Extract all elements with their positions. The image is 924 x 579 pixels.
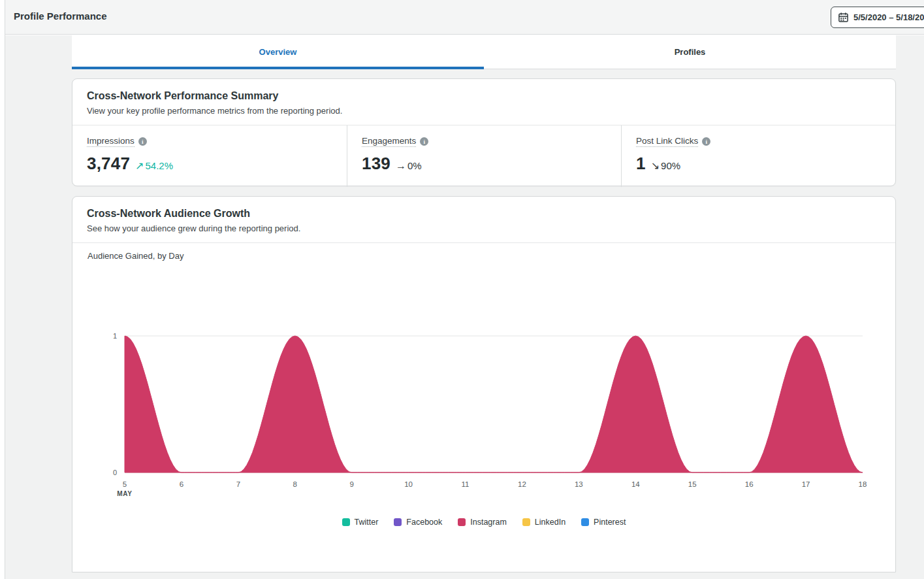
- metric-engagements: Engagements i 139 →0%: [347, 125, 621, 187]
- growth-card-header: Cross-Network Audience Growth See how yo…: [72, 197, 895, 243]
- x-tick-label: 7: [236, 480, 240, 488]
- x-tick-label: 9: [349, 480, 353, 488]
- legend-item-pinterest[interactable]: Pinterest: [581, 518, 626, 527]
- main-content: Overview Profiles Cross-Network Performa…: [5, 35, 924, 579]
- audience-gained-chart[interactable]: Audience Gained, by Day 01 5678910111213…: [72, 240, 895, 572]
- date-range-label: 5/5/2020 – 5/18/2020: [853, 12, 924, 22]
- engagements-info-icon[interactable]: i: [420, 137, 428, 146]
- twitter-swatch-icon: [342, 518, 350, 526]
- page-title: Profile Performance: [14, 10, 107, 22]
- summary-card-header: Cross-Network Performance Summary View y…: [72, 79, 895, 125]
- summary-card-subtitle: View your key profile performance metric…: [87, 106, 881, 116]
- profile-performance-page: Profile Performance 5/5/2020 – 5/18/2020…: [0, 0, 924, 579]
- x-tick-label: 13: [575, 480, 583, 488]
- engagements-trend: →0%: [396, 160, 422, 172]
- trend-flat-icon: →: [396, 160, 406, 172]
- legend-label: Instagram: [470, 518, 507, 527]
- post-link-clicks-value: 1: [636, 154, 646, 174]
- facebook-swatch-icon: [394, 518, 402, 526]
- impressions-info-icon[interactable]: i: [138, 137, 147, 146]
- pinterest-swatch-icon: [581, 518, 589, 526]
- post-link-clicks-label[interactable]: Post Link Clicks: [636, 136, 698, 147]
- engagements-delta: 0%: [407, 160, 422, 171]
- app-left-border: [5, 0, 5, 579]
- x-tick-label: 15: [688, 480, 697, 488]
- summary-card-title: Cross-Network Performance Summary: [87, 90, 881, 102]
- growth-card-subtitle: See how your audience grew during the re…: [87, 223, 881, 233]
- chart-legend: TwitterFacebookInstagramLinkedInPinteres…: [72, 518, 895, 527]
- legend-label: Facebook: [406, 518, 442, 527]
- x-tick-label: 11: [462, 480, 470, 488]
- report-tabs: Overview Profiles: [72, 35, 896, 69]
- legend-label: LinkedIn: [535, 518, 566, 527]
- x-tick-label: 18: [859, 480, 867, 488]
- x-tick-label: 14: [631, 480, 640, 488]
- linkedin-swatch-icon: [522, 518, 530, 526]
- trend-down-icon: ↘: [651, 159, 660, 172]
- bottom-page-strip: [5, 572, 924, 579]
- x-tick-label: 6: [180, 480, 183, 488]
- legend-item-linkedin[interactable]: LinkedIn: [522, 518, 566, 527]
- metric-impressions: Impressions i 3,747 ↗54.2%: [72, 125, 347, 187]
- legend-item-facebook[interactable]: Facebook: [394, 518, 442, 527]
- y-tick-label: 0: [91, 469, 117, 476]
- x-tick-label: 5: [123, 480, 127, 488]
- legend-label: Twitter: [355, 518, 379, 527]
- impressions-trend: ↗54.2%: [135, 159, 173, 172]
- legend-label: Pinterest: [594, 518, 626, 527]
- instagram-swatch-icon: [458, 518, 466, 526]
- tab-overview[interactable]: Overview: [72, 35, 484, 69]
- impressions-label[interactable]: Impressions: [87, 136, 135, 147]
- tab-profiles[interactable]: Profiles: [484, 35, 896, 69]
- date-range-picker-button[interactable]: 5/5/2020 – 5/18/2020: [831, 7, 924, 28]
- impressions-value: 3,747: [87, 154, 130, 174]
- post-link-clicks-delta: 90%: [661, 160, 680, 171]
- post-link-clicks-info-icon[interactable]: i: [702, 137, 710, 146]
- impressions-delta: 54.2%: [145, 160, 173, 171]
- top-header-bar: Profile Performance 5/5/2020 – 5/18/2020: [5, 0, 924, 35]
- x-axis-month-label: MAY: [117, 490, 133, 497]
- metric-post-link-clicks: Post Link Clicks i 1 ↘90%: [621, 125, 895, 187]
- performance-summary-card: Cross-Network Performance Summary View y…: [72, 78, 896, 186]
- engagements-label[interactable]: Engagements: [362, 136, 416, 147]
- x-tick-label: 12: [518, 480, 526, 488]
- x-tick-label: 8: [293, 480, 297, 488]
- engagements-value: 139: [362, 154, 390, 174]
- legend-item-twitter[interactable]: Twitter: [342, 518, 379, 527]
- x-tick-label: 10: [404, 480, 413, 488]
- audience-growth-card: Cross-Network Audience Growth See how yo…: [72, 196, 896, 572]
- y-tick-label: 1: [91, 332, 117, 340]
- post-link-clicks-trend: ↘90%: [651, 159, 680, 172]
- metrics-row: Impressions i 3,747 ↗54.2% Engagements i…: [72, 125, 895, 187]
- legend-item-instagram[interactable]: Instagram: [458, 518, 507, 527]
- x-tick-label: 16: [745, 480, 754, 488]
- growth-card-title: Cross-Network Audience Growth: [87, 208, 881, 220]
- trend-up-icon: ↗: [135, 159, 144, 172]
- x-tick-label: 17: [802, 480, 810, 488]
- calendar-icon: [838, 12, 848, 22]
